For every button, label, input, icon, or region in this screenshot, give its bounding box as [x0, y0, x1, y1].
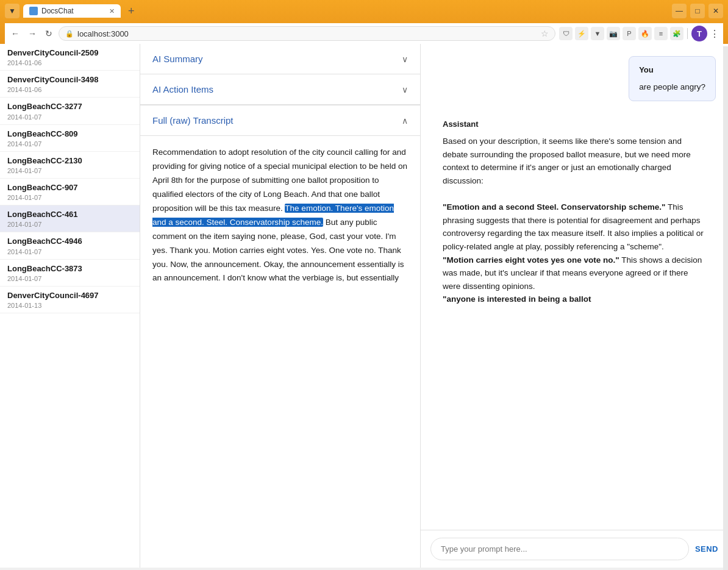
- sidebar-item[interactable]: DenverCityCouncil-2509 2014-01-06: [0, 44, 140, 71]
- extensions-bar: 🛡 ⚡ ▼ 📷 P 🔥 ≡ 🧩 T ⋮: [559, 26, 719, 41]
- ext-bolt[interactable]: ⚡: [575, 27, 588, 40]
- ai-action-items-title: AI Action Items: [152, 84, 213, 94]
- transcript-text: Recommendation to adopt resolution of th…: [140, 136, 420, 295]
- transcript-after-highlight: But any public comment on the item sayin…: [152, 218, 404, 283]
- ext-fire[interactable]: 🔥: [638, 27, 652, 40]
- user-label: You: [639, 64, 705, 77]
- sidebar-item-date: 2014-01-13: [7, 302, 132, 309]
- sidebar-item-date: 2014-01-07: [7, 113, 132, 121]
- sidebar-item-title: LongBeachCC-4946: [7, 236, 132, 247]
- transcript-before-highlight: Recommendation to adopt resolution of th…: [152, 148, 407, 213]
- sidebar-item-date: 2014-01-07: [7, 140, 132, 148]
- ext-shield[interactable]: 🛡: [559, 27, 573, 40]
- maximize-button[interactable]: □: [690, 4, 705, 18]
- sidebar-item[interactable]: LongBeachCC-809 2014-01-07: [0, 125, 140, 152]
- sidebar-item-title: LongBeachCC-2130: [7, 155, 132, 166]
- tab-title: DocsChat: [41, 7, 74, 15]
- nav-bar: ← → ↻ 🔒 localhost:3000 ☆ 🛡 ⚡ ▼ 📷 P 🔥 ≡ 🧩…: [5, 23, 723, 44]
- ai-summary-chevron: ∨: [402, 54, 408, 64]
- chat-panel: You are people angry? Assistant Based on…: [421, 44, 728, 568]
- sidebar-item[interactable]: DenverCityCouncil-4697 2014-01-13: [0, 287, 140, 313]
- sidebar-item-title: DenverCityCouncil-4697: [7, 290, 132, 301]
- chat-messages: You are people angry? Assistant Based on…: [421, 44, 728, 530]
- forward-button[interactable]: →: [26, 27, 39, 40]
- transcript-panel: AI Summary ∨ AI Action Items ∨ Full (raw…: [140, 44, 421, 568]
- sidebar-item-title: LongBeachCC-907: [7, 182, 132, 193]
- bookmark-icon[interactable]: ☆: [541, 29, 549, 38]
- chat-input[interactable]: [430, 538, 689, 560]
- chat-input-area: SEND: [421, 530, 728, 568]
- window-control-dropdown[interactable]: ▼: [5, 4, 20, 18]
- app-container: DenverCityCouncil-2509 2014-01-06 Denver…: [0, 44, 728, 568]
- sidebar-item-date: 2014-01-07: [7, 275, 132, 282]
- ai-action-items-section: AI Action Items ∨: [140, 74, 420, 105]
- close-button[interactable]: ✕: [708, 4, 723, 18]
- browser-tab[interactable]: DocsChat ✕: [23, 4, 121, 18]
- sidebar-item[interactable]: LongBeachCC-2130 2014-01-07: [0, 152, 140, 179]
- ext-camera[interactable]: 📷: [607, 27, 620, 40]
- ext-p[interactable]: P: [623, 27, 636, 40]
- ai-summary-header[interactable]: AI Summary ∨: [140, 44, 420, 74]
- sidebar-item-date: 2014-01-07: [7, 221, 132, 228]
- lock-icon: 🔒: [65, 30, 74, 38]
- tab-favicon: [29, 7, 38, 15]
- ext-puzzle[interactable]: 🧩: [670, 27, 683, 40]
- ext-lines[interactable]: ≡: [654, 27, 668, 40]
- full-transcript-chevron: ∧: [402, 116, 408, 126]
- sidebar-item[interactable]: LongBeachCC-3873 2014-01-07: [0, 260, 140, 287]
- main-content: AI Summary ∨ AI Action Items ∨ Full (raw…: [140, 44, 728, 568]
- sidebar-item-date: 2014-01-07: [7, 194, 132, 201]
- sidebar-item[interactable]: LongBeachCC-3277 2014-01-07: [0, 98, 140, 124]
- assistant-quote2-bold: "Motion carries eight votes yes one vote…: [443, 255, 619, 265]
- assistant-label: Assistant: [443, 118, 706, 131]
- user-message-text: are people angry?: [639, 80, 705, 94]
- full-transcript-body: Full (raw) Transcript ∧ Recommendation t…: [140, 105, 420, 568]
- minimize-button[interactable]: —: [672, 4, 687, 18]
- sidebar-item[interactable]: LongBeachCC-4946 2014-01-07: [0, 232, 140, 259]
- send-button[interactable]: SEND: [695, 544, 718, 554]
- ai-summary-section: AI Summary ∨: [140, 44, 420, 74]
- sidebar-item-date: 2014-01-07: [7, 248, 132, 255]
- back-button[interactable]: ←: [9, 27, 22, 40]
- ai-action-items-header[interactable]: AI Action Items ∨: [140, 74, 420, 104]
- sidebar-item-date: 2014-01-07: [7, 167, 132, 174]
- assistant-message-bubble: Assistant Based on your description, it …: [433, 111, 716, 313]
- ext-chevron[interactable]: ▼: [591, 27, 604, 40]
- title-bar: ▼ DocsChat ✕ + — □ ✕: [5, 4, 723, 21]
- url-bar[interactable]: 🔒 localhost:3000 ☆: [59, 26, 555, 41]
- full-transcript-title: Full (raw) Transcript: [152, 115, 234, 126]
- sidebar-item-title: LongBeachCC-461: [7, 209, 132, 220]
- sidebar-item[interactable]: LongBeachCC-907 2014-01-07: [0, 179, 140, 205]
- ai-summary-title: AI Summary: [152, 54, 203, 64]
- sidebar-item-date: 2014-01-06: [7, 86, 132, 93]
- sidebar-item[interactable]: DenverCityCouncil-3498 2014-01-06: [0, 71, 140, 98]
- sidebar-item-title: LongBeachCC-809: [7, 129, 132, 140]
- url-text: localhost:3000: [77, 29, 537, 38]
- sidebar-item-date: 2014-01-06: [7, 59, 132, 66]
- sidebar-item-title: DenverCityCouncil-2509: [7, 48, 132, 59]
- assistant-intro: Based on your description, it seems like…: [443, 137, 691, 185]
- ai-action-items-chevron: ∨: [402, 85, 408, 94]
- new-tab-button[interactable]: +: [124, 5, 138, 18]
- assistant-quote1-bold: "Emotion and a second Steel. Conservator…: [443, 202, 665, 212]
- profile-button[interactable]: T: [691, 26, 707, 41]
- sidebar-item-title: LongBeachCC-3873: [7, 263, 132, 274]
- assistant-message-text: Based on your description, it seems like…: [443, 135, 706, 306]
- refresh-button[interactable]: ↻: [43, 27, 55, 40]
- tab-close-button[interactable]: ✕: [109, 7, 115, 15]
- sidebar-item-title: DenverCityCouncil-3498: [7, 74, 132, 85]
- assistant-quote3-bold: "anyone is interested in being a ballot: [443, 294, 591, 304]
- browser-menu-button[interactable]: ⋮: [710, 28, 719, 40]
- sidebar: DenverCityCouncil-2509 2014-01-06 Denver…: [0, 44, 140, 568]
- browser-chrome: ▼ DocsChat ✕ + — □ ✕ ← → ↻ 🔒 localhost:3…: [0, 0, 728, 44]
- user-message-bubble: You are people angry?: [629, 56, 716, 101]
- sidebar-item[interactable]: LongBeachCC-461 2014-01-07: [0, 205, 140, 232]
- full-transcript-header[interactable]: Full (raw) Transcript ∧: [140, 105, 420, 136]
- sidebar-item-title: LongBeachCC-3277: [7, 101, 132, 112]
